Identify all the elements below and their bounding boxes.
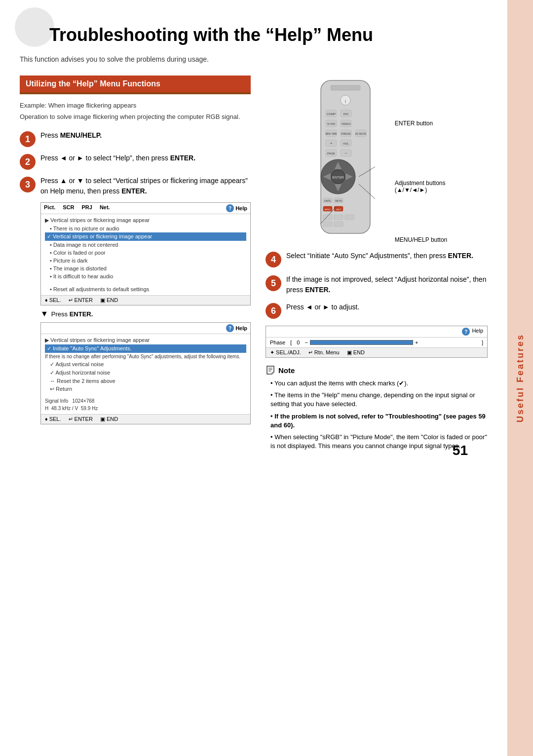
screen-item: ✓ Adjust horizontal noise	[45, 369, 246, 377]
footer-end-2: ▣ END	[100, 416, 118, 422]
screen-item: • Picture is dark	[45, 257, 246, 265]
footer-enter: ↵ ENTER	[69, 297, 93, 303]
top-circle-decoration	[15, 7, 54, 47]
note-item-3: If the problem is not solved, refer to "…	[270, 412, 488, 430]
phase-footer-end: ▣ END	[347, 349, 365, 356]
press-enter-row: ▼ Press ENTER.	[40, 309, 251, 318]
svg-text:S-VID: S-VID	[327, 122, 336, 125]
phase-minus: −	[305, 340, 307, 345]
phase-header: ? Help	[266, 326, 487, 338]
screen-item: • Color is faded or poor	[45, 249, 246, 257]
screen-item: • It is difficult to hear audio	[45, 272, 246, 280]
step-3: 3 Press ▲ or ▼ to select “Vertical strip…	[20, 176, 251, 196]
footer-enter-2: ↵ ENTER	[69, 416, 93, 422]
svg-text:AV MUTE: AV MUTE	[355, 132, 367, 135]
enter-button-label: ENTER button	[395, 120, 448, 127]
page-title: Troubleshooting with the “Help” Menu	[49, 25, 488, 45]
svg-rect-45	[334, 222, 343, 227]
svg-text:ENTER: ENTER	[332, 176, 344, 179]
screen-body-2: ▶ Vertical stripes or flickering image a…	[41, 334, 250, 414]
svg-text:FREEZE: FREEZE	[341, 132, 351, 135]
screen-item: • Data image is not centered	[45, 241, 246, 249]
screen-item-auto-sync: ✓ Initiate "Auto Sync" Adjustments.	[45, 344, 246, 353]
phase-body: Phase [ 0 − + ]	[266, 338, 487, 347]
svg-text:VIDEO: VIDEO	[341, 122, 350, 125]
screen-header-2: ? Help	[41, 323, 250, 334]
screen-item: ↩ Return	[45, 385, 246, 393]
svg-rect-43	[345, 215, 354, 220]
footer-sel: ♦ SEL.	[45, 297, 61, 303]
svg-text:COMP: COMP	[327, 113, 336, 115]
screen-mockup-2: ? Help ▶ Vertical stripes or flickering …	[40, 322, 251, 424]
section-heading-text: Utilizing the “Help” Menu Functions	[26, 79, 245, 88]
screen-footer-2: ♦ SEL. ↵ ENTER ▣ END	[41, 414, 250, 424]
screen-item: ▶ Vertical stripes or flickering image a…	[45, 336, 246, 344]
step-5: 5 If the image is not improved, select “…	[266, 274, 488, 295]
screen-item: • The image is distorted	[45, 265, 246, 272]
tab-help-2: ? Help	[226, 324, 247, 332]
step-1-content: Press MENU/HELP.	[40, 130, 102, 141]
phase-bracket-close: ]	[482, 340, 483, 345]
footer-end: ▣ END	[100, 297, 118, 303]
screen-item: If there is no change after performing "…	[45, 353, 246, 360]
svg-text:PAGE: PAGE	[327, 152, 335, 155]
phase-label: Phase	[270, 340, 285, 345]
screen-hz-info: H 48.3 kHz / V 59.9 Hz	[45, 405, 246, 412]
help-icon-2: ?	[226, 324, 234, 332]
remote-container: | COMP DVI S-VID VIDEO BRK.TMR	[266, 76, 488, 243]
step-number-4: 4	[266, 252, 281, 267]
phase-bar-container: − +	[305, 340, 477, 345]
sidebar-tab: Useful Features	[507, 0, 533, 756]
right-column: | COMP DVI S-VID VIDEO BRK.TMR	[266, 76, 488, 454]
left-column: Utilizing the “Help” Menu Functions Exam…	[20, 76, 251, 454]
screen-body-1: ▶ Vertical stripes or flickering image a…	[41, 214, 250, 295]
note-item-2: The items in the "Help" menu change, dep…	[270, 391, 488, 409]
phase-bar	[310, 340, 413, 345]
svg-text:BRK.TMR: BRK.TMR	[326, 132, 337, 135]
svg-text:ENTE: ENTE	[324, 199, 331, 202]
tab-scr: SCR	[63, 204, 74, 212]
phase-mockup: ? Help Phase [ 0 − + ] ✦ SEL./ADJ.	[266, 326, 488, 358]
step-number-2: 2	[20, 154, 36, 170]
screen-item: • There is no picture or audio	[45, 225, 246, 232]
phase-plus: +	[415, 340, 418, 345]
note-title-text: Note	[278, 366, 295, 375]
remote-svg: | COMP DVI S-VID VIDEO BRK.TMR	[306, 76, 385, 243]
step-3-content: Press ▲ or ▼ to select “Vertical stripes…	[40, 176, 251, 196]
screen-item: ↔ Reset the 2 items above	[45, 377, 246, 385]
step-2-content: Press ◄ or ► to select “Help”, then pres…	[40, 153, 195, 163]
intro-text: This function advises you to solve the p…	[20, 55, 488, 63]
step-number-1: 1	[20, 131, 36, 147]
svg-text:−: −	[344, 151, 347, 155]
tab-net: Net.	[100, 204, 110, 212]
step-4: 4 Select “Initiate “Auto Sync” Adjustmen…	[266, 251, 488, 267]
screen-footer-1: ♦ SEL. ↵ ENTER ▣ END	[41, 295, 250, 305]
step-4-content: Select “Initiate “Auto Sync” Adjustments…	[286, 251, 473, 261]
step-6-content: Press ◄ or ► to adjust.	[286, 302, 359, 312]
tab-pict: Pict.	[44, 204, 55, 212]
svg-rect-1	[331, 85, 360, 90]
page-number: 51	[453, 443, 468, 458]
step-number-3: 3	[20, 177, 36, 192]
step-6: 6 Press ◄ or ► to adjust.	[266, 302, 488, 319]
screen-item: • Reset all adjustments to default setti…	[45, 285, 246, 293]
svg-rect-44	[323, 222, 332, 227]
phase-help-label: Help	[472, 328, 483, 336]
adjustment-label: Adjustment buttons (▲/▼/◄/►)	[395, 180, 448, 193]
note-icon	[266, 365, 275, 375]
svg-text:|: |	[345, 99, 346, 103]
svg-text:RETN: RETN	[335, 199, 342, 202]
screen-signal-info: Signal Info 1024×768	[45, 397, 246, 405]
phase-footer-sel: ✦ SEL./ADJ.	[270, 349, 301, 356]
down-arrow-icon: ▼	[40, 309, 48, 318]
step-number-6: 6	[266, 303, 281, 319]
svg-rect-41	[323, 215, 332, 220]
example-text: Example: When image flickering appears	[20, 102, 251, 109]
screen-item: ✓ Adjust vertical noise	[45, 360, 246, 369]
svg-text:DVI: DVI	[343, 113, 348, 115]
section-heading-bar: Utilizing the “Help” Menu Functions	[20, 76, 251, 92]
screen-item	[45, 280, 246, 285]
phase-bracket-open: [	[290, 340, 292, 345]
svg-text:HELP: HELP	[336, 208, 342, 211]
screen-item-highlighted: ✓ Vertical stripes or flickering image a…	[45, 232, 246, 241]
